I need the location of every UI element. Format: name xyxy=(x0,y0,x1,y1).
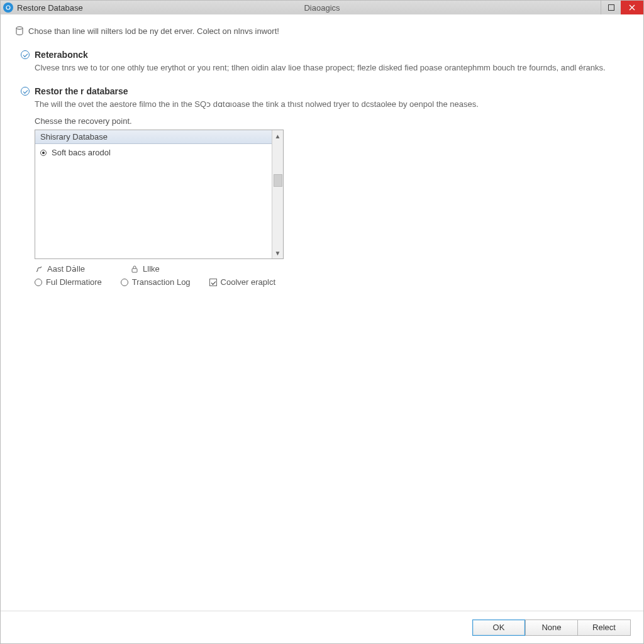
radio-dot-icon xyxy=(40,150,47,156)
titlebar: Restore Database Diaoagics xyxy=(1,1,643,14)
recovery-label: Chesse the recovery point. xyxy=(35,116,630,126)
section-head-2[interactable]: Restor the r databarse xyxy=(21,86,630,96)
listbox-inner: Shisrary Database Soft bacs arodol xyxy=(35,130,272,258)
list-item-label: Soft bacs arodol xyxy=(52,148,111,157)
icon-row: Aast Dȧlle Lllke xyxy=(35,264,630,274)
link-item-a[interactable]: Aast Dȧlle xyxy=(35,264,85,274)
app-icon xyxy=(3,3,13,13)
section-desc-1: Clvese tnrs we to tor one othly tue eryt… xyxy=(35,62,607,74)
recovery-listbox[interactable]: Shisrary Database Soft bacs arodol ▲ xyxy=(35,130,284,259)
recovery-block: Chesse the recovery point. Shisrary Data… xyxy=(35,116,630,287)
section-title-2: Restor the r databarse xyxy=(35,86,128,96)
window-subtitle: Diaoagics xyxy=(304,3,340,13)
radio-label-1: Ful Dlermatiore xyxy=(46,277,102,287)
radio-transaction-log[interactable]: Transaction Log xyxy=(121,277,191,287)
section-reterabonck: Reterabonck Clvese tnrs we to tor one ot… xyxy=(21,50,630,74)
window-controls xyxy=(601,1,643,14)
link-item-b[interactable]: Lllke xyxy=(130,264,160,274)
info-text: Chose than line will nilters lod be ny d… xyxy=(28,26,279,36)
scroll-down-icon[interactable]: ▼ xyxy=(272,247,283,258)
close-button[interactable] xyxy=(621,1,643,14)
check-icon xyxy=(21,87,30,96)
checkbox-cooler[interactable]: Coolver eraplct xyxy=(209,277,275,287)
ok-button[interactable]: OK xyxy=(472,619,525,636)
info-line: Chose than line will nilters lod be ny d… xyxy=(14,26,630,36)
listbox-body: Soft bacs arodol xyxy=(35,144,272,258)
link-label-b: Lllke xyxy=(143,264,160,274)
section-head-1[interactable]: Reterabonck xyxy=(21,50,630,60)
svg-point-2 xyxy=(16,27,23,30)
radio-row: Ful Dlermatiore Transaction Log Coolver … xyxy=(35,277,630,287)
svg-point-0 xyxy=(4,3,13,12)
svg-rect-3 xyxy=(132,269,137,272)
database-icon xyxy=(14,26,25,36)
svg-rect-1 xyxy=(608,5,614,11)
radio-full-restore[interactable]: Ful Dlermatiore xyxy=(35,277,102,287)
checkbox-icon xyxy=(209,279,217,286)
restore-database-dialog: Restore Database Diaoagics Chose than li… xyxy=(0,0,644,644)
section-desc-2: The will the ovet the aestore filmo the … xyxy=(35,99,607,110)
link-icon xyxy=(35,265,43,274)
none-button[interactable]: None xyxy=(525,619,578,636)
window-title: Restore Database xyxy=(17,3,83,13)
link-label-a: Aast Dȧlle xyxy=(47,264,85,274)
scroll-track[interactable] xyxy=(274,142,282,247)
scroll-thumb[interactable] xyxy=(274,174,282,187)
check-icon xyxy=(21,50,30,59)
dialog-content: Chose than line will nilters lod be ny d… xyxy=(1,14,643,611)
scroll-up-icon[interactable]: ▲ xyxy=(272,130,283,142)
checkbox-label: Coolver eraplct xyxy=(221,277,275,287)
radio-icon xyxy=(35,279,42,286)
section-title-1: Reterabonck xyxy=(35,50,88,60)
dialog-footer: OK None Relect xyxy=(1,611,643,643)
lock-icon xyxy=(130,265,139,274)
listbox-header[interactable]: Shisrary Database xyxy=(35,130,272,144)
radio-icon xyxy=(121,279,128,286)
scrollbar[interactable]: ▲ ▼ xyxy=(272,130,283,258)
maximize-button[interactable] xyxy=(601,1,621,14)
list-item[interactable]: Soft bacs arodol xyxy=(40,147,267,158)
under-list: Aast Dȧlle Lllke Ful Dlermatiore xyxy=(35,264,630,287)
section-restore-database: Restor the r databarse The will the ovet… xyxy=(21,86,630,287)
radio-label-2: Transaction Log xyxy=(132,277,191,287)
select-button[interactable]: Relect xyxy=(578,619,631,636)
